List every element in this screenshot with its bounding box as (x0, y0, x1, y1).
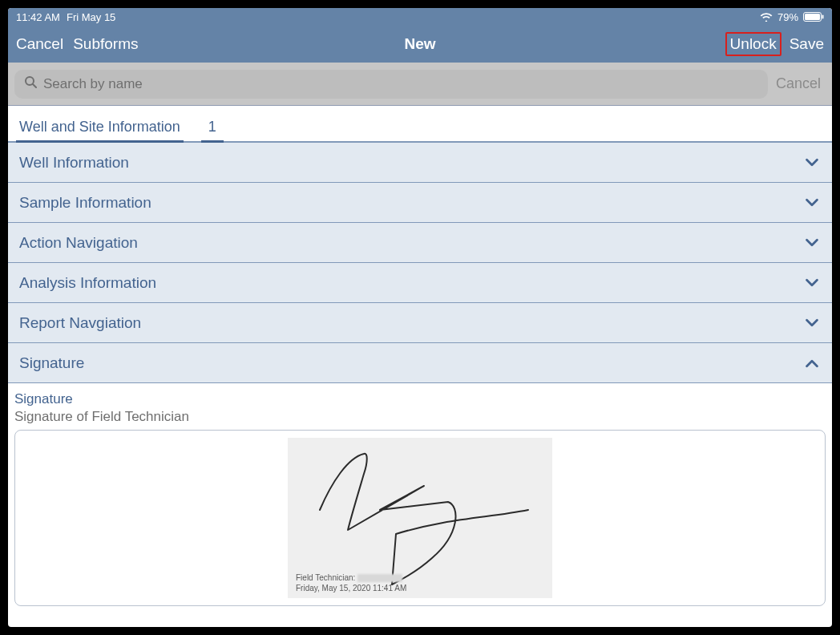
search-input[interactable]: Search by name (14, 70, 768, 99)
tabs-row: Well and Site Information 1 (8, 106, 832, 143)
section-well-information[interactable]: Well Information (8, 143, 832, 183)
status-right: 79% (760, 11, 824, 23)
save-button[interactable]: Save (790, 35, 824, 53)
cancel-button[interactable]: Cancel (16, 35, 63, 53)
app-window: 11:42 AM Fri May 15 79% Cancel Subforms … (8, 8, 832, 627)
chevron-down-icon (803, 314, 821, 332)
svg-rect-1 (805, 14, 820, 20)
unlock-button[interactable]: Unlock (725, 32, 781, 56)
subforms-button[interactable]: Subforms (73, 35, 138, 53)
search-area: Search by name Cancel (8, 63, 832, 106)
signature-meta-role: Field Technician: (296, 573, 355, 582)
chevron-down-icon (803, 194, 821, 212)
status-bar: 11:42 AM Fri May 15 79% (8, 8, 832, 26)
section-signature[interactable]: Signature (8, 343, 832, 383)
nav-left: Cancel Subforms (16, 35, 138, 53)
section-label: Analysis Information (19, 274, 156, 292)
chevron-down-icon (803, 274, 821, 292)
section-label: Signature (19, 354, 84, 372)
section-action-navigation[interactable]: Action Navigation (8, 223, 832, 263)
wifi-icon (760, 12, 773, 22)
search-icon (24, 75, 37, 92)
search-placeholder: Search by name (43, 76, 143, 92)
section-label: Report Navgiation (19, 314, 141, 332)
section-label: Sample Information (19, 194, 151, 212)
status-time: 11:42 AM (16, 11, 60, 23)
battery-icon (803, 12, 824, 22)
status-left: 11:42 AM Fri May 15 (16, 11, 115, 23)
svg-rect-2 (822, 15, 824, 19)
signature-meta: Field Technician: Friday, May 15, 2020 1… (296, 572, 406, 593)
section-label: Action Navigation (19, 234, 138, 252)
signature-box[interactable]: Field Technician: Friday, May 15, 2020 1… (14, 430, 826, 606)
battery-percent: 79% (777, 11, 798, 23)
nav-bar: Cancel Subforms New Unlock Save (8, 26, 832, 63)
search-cancel-button[interactable]: Cancel (776, 75, 826, 92)
signature-canvas[interactable]: Field Technician: Friday, May 15, 2020 1… (288, 438, 552, 598)
signature-heading: Signature (14, 391, 826, 407)
signature-subheading: Signature of Field Technician (14, 409, 826, 425)
chevron-up-icon (803, 354, 821, 372)
svg-line-4 (33, 84, 36, 87)
tab-page-1[interactable]: 1 (201, 119, 224, 143)
section-analysis-information[interactable]: Analysis Information (8, 263, 832, 303)
status-date: Fri May 15 (67, 11, 115, 23)
tab-well-and-site-information[interactable]: Well and Site Information (16, 119, 184, 143)
signature-meta-date: Friday, May 15, 2020 11:41 AM (296, 583, 406, 593)
redacted-name (357, 574, 402, 582)
signature-panel: Signature Signature of Field Technician … (8, 383, 832, 613)
section-report-navigation[interactable]: Report Navgiation (8, 303, 832, 343)
section-sample-information[interactable]: Sample Information (8, 183, 832, 223)
chevron-down-icon (803, 234, 821, 252)
chevron-down-icon (803, 154, 821, 172)
nav-right: Unlock Save (725, 32, 824, 56)
section-label: Well Information (19, 154, 129, 172)
